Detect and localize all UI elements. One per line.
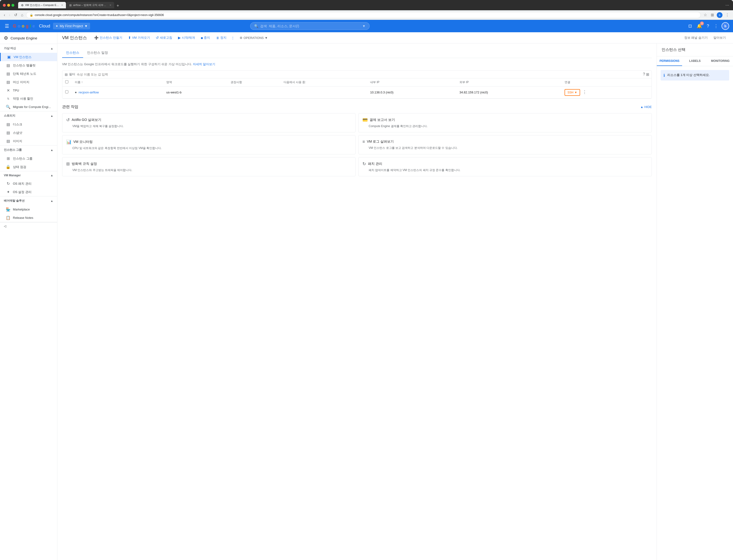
sidebar-item-committed-use[interactable]: ％ 약정 사용 할인: [0, 95, 57, 103]
tab-airflow[interactable]: ⊞ airflow – 방화벽 규칙 세부정보 – V ✕: [66, 2, 114, 8]
sidebar-section-header-storage[interactable]: 스토리지 ▲: [0, 111, 57, 120]
tab-compute-engine[interactable]: ⚙ VM 인스턴스 – Compute Engine ✕: [18, 2, 66, 8]
work-cards-grid: ↺ Actifio GO 살펴보기 VM을 백업하고 재해 복구를 설정합니다.…: [62, 113, 652, 176]
window-menu-button[interactable]: ⋯: [724, 2, 730, 8]
work-card-actifio[interactable]: ↺ Actifio GO 살펴보기 VM을 백업하고 재해 복구를 설정합니다.: [62, 113, 356, 132]
address-bar[interactable]: 🔒 console.cloud.google.com/compute/insta…: [26, 12, 701, 18]
learn-more-button[interactable]: 알아보기: [711, 34, 728, 41]
sidebar-item-os-patch[interactable]: ↻ OS 패치 관리: [0, 179, 57, 188]
import-vm-button[interactable]: ⬆ VM 가져오기: [126, 34, 152, 41]
monitoring-description: CPU 및 네트워크와 같은 측정항목 전반에서 이상점 VM을 확인합니다.: [66, 146, 351, 150]
sidebar-item-label: 디스크: [13, 122, 22, 127]
sidebar-item-migrate[interactable]: 🔍 Migrate for Compute Engi...: [0, 103, 57, 111]
work-card-firewall[interactable]: ⊞ 방화벽 규칙 설정 VM 인스턴스와 주고받는 트래픽을 제어합니다.: [62, 157, 356, 176]
filter-input[interactable]: [77, 73, 641, 76]
work-card-monitoring[interactable]: 📊 VM 모니터링 CPU 및 네트워크와 같은 측정항목 전반에서 이상점 V…: [62, 135, 356, 154]
sidebar-section-header-bare-metal[interactable]: 베어메탈 솔루션 ▲: [0, 196, 57, 205]
tab-instance-schedule[interactable]: 인스턴스 일정: [83, 48, 112, 58]
filter-help-button[interactable]: ?: [643, 72, 645, 77]
tab-instances[interactable]: 인스턴스: [62, 48, 83, 58]
sidebar-item-health-checks[interactable]: 🔒 상태 점검: [0, 163, 57, 171]
google-cloud-logo: Google Cloud: [13, 24, 50, 29]
extensions-button[interactable]: ⊞: [710, 12, 715, 18]
settings-button[interactable]: ⋮: [712, 22, 720, 30]
sidebar-collapse-button[interactable]: ◁: [0, 222, 57, 230]
maximize-traffic-light[interactable]: [11, 4, 14, 7]
related-work-header: 관련 작업 ▲ HIDE: [62, 104, 652, 109]
avatar[interactable]: b: [722, 22, 729, 30]
search-bar[interactable]: 🔍 ▼: [250, 22, 370, 30]
sidebar-item-vm-instances[interactable]: ▣ VM 인스턴스: [0, 53, 57, 61]
hamburger-menu[interactable]: ☰: [4, 22, 10, 30]
bookmark-button[interactable]: ☆: [703, 12, 708, 18]
forward-button[interactable]: ›: [8, 12, 11, 18]
project-dropdown-icon: ▼: [84, 24, 88, 28]
snapshots-icon: ▤: [6, 130, 11, 135]
work-card-billing[interactable]: 💳 결제 보고서 보기 Compute Engine 결제를 확인하고 관리합니…: [358, 113, 652, 132]
create-instance-button[interactable]: ➕ 인스턴스 만들기: [92, 34, 125, 41]
help-button[interactable]: ?: [705, 22, 711, 30]
instance-name-link[interactable]: recjoon-airflow: [79, 91, 99, 94]
column-options-button[interactable]: ⊞: [646, 72, 649, 77]
sidebar-item-snapshots[interactable]: ▤ 스냅샷: [0, 129, 57, 137]
sidebar-item-label: 이미지: [13, 139, 22, 143]
panel-tab-monitoring[interactable]: MONITORING: [708, 56, 733, 66]
sidebar-item-marketplace[interactable]: 🏪 Marketplace: [0, 205, 57, 214]
sidebar-item-tpu[interactable]: ✕ TPU: [0, 86, 57, 95]
more-actions-button[interactable]: ⋮: [230, 35, 236, 41]
sidebar-item-disks[interactable]: ▤ 디스크: [0, 120, 57, 129]
browser-tabs: ⚙ VM 인스턴스 – Compute Engine ✕ ⊞ airflow –…: [18, 2, 722, 8]
reload-button[interactable]: ↺: [13, 12, 18, 18]
storage-section-chevron: ▲: [50, 114, 53, 118]
sidebar-item-instance-templates[interactable]: ▤ 인스턴스 템플릿: [0, 61, 57, 70]
new-tab-button[interactable]: +: [115, 3, 121, 8]
row-more-button[interactable]: ⋮: [581, 89, 588, 95]
row-select-checkbox[interactable]: [65, 90, 68, 93]
info-panel-button[interactable]: 정보 패널 숨기기: [682, 34, 710, 41]
sidebar-item-release-notes[interactable]: 📋 Release Notes: [0, 214, 57, 222]
ssh-button[interactable]: SSH ▼: [565, 89, 580, 96]
select-all-checkbox[interactable]: [65, 80, 68, 83]
panel-tab-labels[interactable]: LABELS: [682, 56, 707, 66]
refresh-button[interactable]: ↺ 새로고침: [153, 34, 175, 41]
vm-instances-icon: ▣: [6, 55, 11, 59]
sidebar-section-header-vm[interactable]: 가상 머신 ▲: [0, 44, 57, 53]
sidebar-item-os-config[interactable]: ✦ OS 설정 관리: [0, 188, 57, 196]
sidebar-section-header-vm-manager[interactable]: VM Manager ▲: [0, 171, 57, 179]
work-card-patch-header: ↻ 패치 관리: [362, 161, 648, 167]
project-selector[interactable]: ✦ My First Project ▼: [53, 23, 90, 29]
tab2-close[interactable]: ✕: [109, 4, 111, 6]
work-card-logs[interactable]: ≡ VM 로그 살펴보기 VM 인스턴스 로그를 보고 검색하고 분석하며 다운…: [358, 135, 652, 154]
sidebar-item-machine-images[interactable]: ▤ 머신 이미지: [0, 78, 57, 86]
start-button[interactable]: ▶ 시작/재개: [176, 34, 198, 41]
sidebar-item-images[interactable]: ▤ 이미지: [0, 137, 57, 145]
stop-button[interactable]: ■ 중지: [198, 34, 212, 41]
row-in-use: [281, 86, 367, 98]
cloud-shell-button[interactable]: ⊡: [687, 22, 693, 30]
tab1-close[interactable]: ✕: [61, 4, 63, 6]
row-external-ip: 34.82.159.172 (nic0): [457, 86, 562, 98]
hide-button[interactable]: ▲ HIDE: [640, 105, 652, 109]
home-button[interactable]: ⌂: [20, 12, 24, 18]
refresh-icon: ↺: [156, 36, 159, 40]
minimize-traffic-light[interactable]: [7, 4, 10, 7]
operations-button[interactable]: ⚙ OPERATIONS ▼: [237, 35, 270, 41]
more-menu-button[interactable]: ⋮: [724, 12, 730, 18]
filter-label: 필터: [69, 72, 75, 76]
pause-button[interactable]: ⏸ 정지: [213, 34, 229, 41]
sole-tenant-icon: ▤: [6, 71, 11, 76]
instance-groups-section-label: 인스턴스 그룹: [4, 148, 22, 152]
sidebar-section-header-instance-groups[interactable]: 인스턴스 그룹 ▲: [0, 145, 57, 154]
search-input[interactable]: [260, 24, 360, 28]
learn-more-link[interactable]: 자세히 알아보기: [193, 62, 216, 66]
back-button[interactable]: ‹: [3, 12, 6, 18]
sidebar-item-instance-groups[interactable]: ⊞ 인스턴스 그룹: [0, 154, 57, 163]
work-card-patch[interactable]: ↻ 패치 관리 패치 업데이트를 예약하고 VM 인스턴스의 패치 규정 준수를…: [358, 157, 652, 176]
panel-tab-permissions[interactable]: PERMISSIONS: [657, 56, 682, 66]
th-checkbox: [62, 78, 72, 86]
row-connect: SSH ▼ ⋮: [562, 86, 652, 98]
row-recommendations: [228, 86, 280, 98]
profile-button[interactable]: b: [717, 12, 722, 18]
close-traffic-light[interactable]: [3, 4, 6, 7]
sidebar-item-sole-tenant[interactable]: ▤ 단독 테넌트 노드: [0, 70, 57, 78]
